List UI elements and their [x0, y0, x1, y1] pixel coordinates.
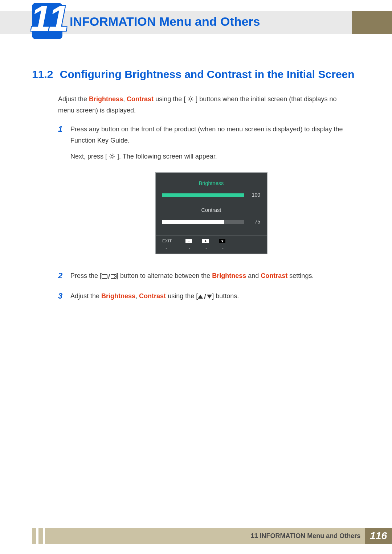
text: ]. The following screen will appear.	[115, 153, 217, 160]
contrast-term: Contrast	[127, 95, 154, 103]
brightness-icon	[109, 152, 115, 159]
step-3: 3 Adjust the Brightness, Contrast using …	[58, 291, 352, 307]
osd-arrow-icon: ▾	[220, 246, 226, 251]
osd-exit-label: EXIT	[162, 238, 172, 245]
brightness-icon	[187, 95, 194, 101]
osd-controls-row: EXIT − + ▾	[156, 235, 267, 246]
osd-arrow-row: ▾ ▾ ▾ ▾	[156, 246, 267, 254]
svg-line-16	[110, 158, 111, 159]
osd-arrow-icon: ▾	[163, 246, 170, 251]
source-toggle-icon: /	[102, 271, 117, 282]
brightness-term: Brightness	[101, 292, 135, 300]
text: Adjust the	[58, 95, 89, 103]
svg-point-0	[189, 98, 192, 100]
step-2: 2 Press the [/] button to alternate betw…	[58, 270, 352, 287]
text: using the [	[166, 292, 198, 300]
text: Adjust the	[70, 292, 101, 300]
osd-brightness-value: 100	[249, 191, 260, 200]
osd-minus-button: −	[185, 239, 192, 243]
osd-arrow-icon: ▾	[186, 246, 193, 251]
footer: 11 INFORMATION Menu and Others 116	[32, 528, 392, 544]
step-number: 3	[58, 291, 70, 307]
svg-line-14	[110, 155, 111, 155]
page-number: 116	[370, 530, 387, 542]
brightness-term: Brightness	[212, 272, 246, 279]
step-number: 1	[58, 124, 70, 267]
step-1: 1 Press any button on the front of the p…	[58, 124, 352, 267]
step-3-text: Adjust the Brightness, Contrast using th…	[70, 291, 352, 302]
osd-screenshot: Brightness 100 Contrast 75	[70, 172, 352, 254]
brightness-term: Brightness	[89, 95, 123, 103]
contrast-term: Contrast	[139, 292, 166, 300]
text: ,	[123, 95, 127, 103]
section-heading: 11.2 Configuring Brightness and Contrast…	[32, 68, 360, 81]
text: ] buttons.	[212, 292, 239, 300]
text: using the [	[154, 95, 187, 103]
osd-brightness-label: Brightness	[162, 179, 260, 188]
svg-line-17	[114, 155, 114, 155]
chapter-number: 11	[30, 0, 66, 36]
svg-line-6	[192, 100, 193, 101]
text: and	[246, 272, 261, 279]
section-title: Configuring Brightness and Contrast in t…	[60, 68, 355, 80]
intro-paragraph: Adjust the Brightness, Contrast using th…	[58, 94, 352, 116]
chapter-title: INFORMATION Menu and Others	[70, 15, 260, 29]
footer-stripe	[32, 528, 36, 544]
svg-point-9	[111, 155, 113, 157]
text: ,	[135, 292, 139, 300]
osd-brightness-bar	[162, 193, 244, 197]
step-1-line1: Press any button on the front of the pro…	[70, 124, 352, 146]
svg-line-7	[189, 100, 189, 101]
osd-contrast-label: Contrast	[162, 206, 260, 215]
step-1-line2: Next, press [ ]. The following screen wi…	[70, 151, 352, 162]
section-number: 11.2	[32, 68, 53, 81]
step-2-text: Press the [/] button to alternate betwee…	[70, 270, 352, 282]
osd-plus-button: +	[202, 239, 209, 243]
footer-stripe	[38, 528, 43, 544]
svg-line-15	[114, 158, 114, 159]
svg-line-5	[189, 97, 189, 98]
contrast-term: Contrast	[261, 272, 287, 279]
text: ] button to alternate between the	[117, 272, 212, 279]
svg-line-8	[192, 97, 193, 98]
footer-chapter-label: 11 INFORMATION Menu and Others	[251, 532, 365, 540]
up-down-icon: /	[198, 291, 212, 303]
osd-contrast-value: 75	[249, 218, 260, 226]
osd-contrast-bar	[162, 220, 244, 224]
text: Next, press [	[70, 153, 109, 160]
page-number-box: 116	[365, 528, 392, 544]
text: Press the [	[70, 272, 102, 279]
text: settings.	[287, 272, 314, 279]
osd-arrow-icon: ▾	[203, 246, 209, 251]
header-accent	[352, 11, 392, 34]
osd-down-button: ▾	[219, 239, 225, 243]
step-number: 2	[58, 270, 70, 287]
